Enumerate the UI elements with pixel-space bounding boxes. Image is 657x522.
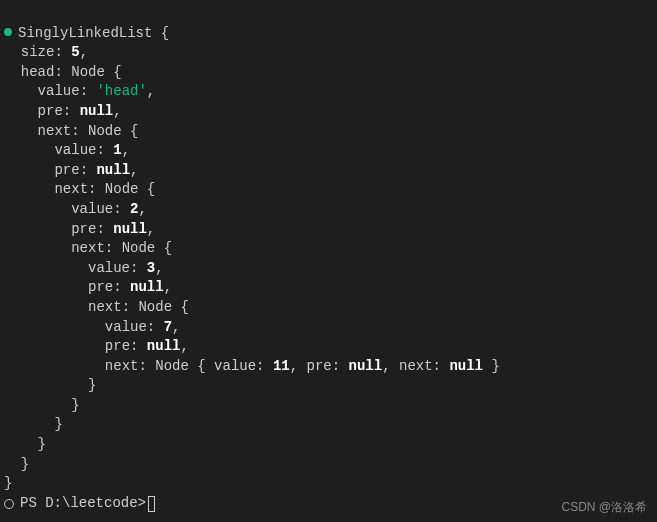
class-name: SinglyLinkedList xyxy=(18,25,152,41)
prompt-circle-icon xyxy=(4,499,14,509)
prompt-text: PS D:\leetcode> xyxy=(20,494,146,514)
prompt-line[interactable]: PS D:\leetcode> xyxy=(4,494,653,514)
cursor-icon xyxy=(148,496,155,512)
status-dot-icon xyxy=(4,28,12,36)
terminal-output: SinglyLinkedList { size: 5, head: Node {… xyxy=(4,4,653,494)
watermark: CSDN @洛洛希 xyxy=(561,499,647,516)
